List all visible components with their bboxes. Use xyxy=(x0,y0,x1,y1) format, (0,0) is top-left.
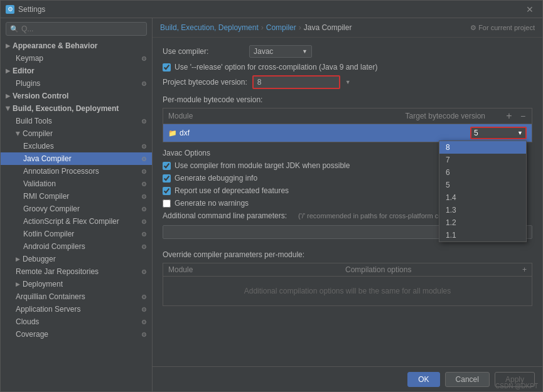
compiler-value: Javac xyxy=(254,47,273,56)
compiler-dropdown-icon: ▼ xyxy=(302,48,308,55)
sidebar-item-editor[interactable]: ▶Editor xyxy=(1,65,152,77)
override-section: Override compiler parameters per-module:… xyxy=(163,250,532,306)
gear-icon: ⚙ xyxy=(141,80,147,87)
sidebar-item-kotlin-compiler[interactable]: Kotlin Compiler⚙ xyxy=(1,228,152,240)
arrow-icon: ▶ xyxy=(6,93,10,99)
breadcrumb-part1[interactable]: Build, Execution, Deployment xyxy=(160,23,259,32)
watermark: CSDN @DKPT xyxy=(495,383,538,389)
javac-option-label-3: Generate no warnings xyxy=(175,199,249,208)
gear-icon: ⚙ xyxy=(141,118,147,125)
breadcrumb-sep1: › xyxy=(261,23,264,32)
override-add-btn[interactable]: + xyxy=(522,265,527,274)
sidebar-item-java-compiler[interactable]: Java Compiler⚙ xyxy=(1,152,152,165)
sidebar-item-excludes[interactable]: Excludes⚙ xyxy=(1,140,152,152)
folder-icon: 📁 xyxy=(168,129,177,137)
sidebar-item-deployment[interactable]: ▶Deployment xyxy=(1,278,152,290)
gear-icon: ⚙ xyxy=(141,306,147,313)
target-version-cell: 5 ▼ 8 7 6 5 1.4 1.3 1.2 xyxy=(470,127,527,139)
version-dropdown-menu[interactable]: 8 7 6 5 1.4 1.3 1.2 1.1 xyxy=(439,140,527,242)
module-label: dxf xyxy=(180,129,190,137)
version-option-7[interactable]: 7 xyxy=(439,154,526,166)
sidebar-label: Coverage xyxy=(16,330,48,339)
add-module-btn[interactable]: + xyxy=(503,110,515,122)
version-option-5[interactable]: 5 xyxy=(439,179,526,191)
sidebar-item-compiler[interactable]: ▶Compiler xyxy=(1,127,152,140)
override-label: Override compiler parameters per-module: xyxy=(163,250,532,259)
gear-icon: ⚙ xyxy=(141,268,147,275)
sidebar-item-remote-jar[interactable]: Remote Jar Repositories⚙ xyxy=(1,265,152,278)
sidebar-label: RMI Compiler xyxy=(23,192,69,201)
sidebar-items-container: ▶Appearance & BehaviorKeymap⚙▶EditorPlug… xyxy=(1,40,152,341)
gear-icon: ⚙ xyxy=(141,243,147,250)
gear-icon: ⚙ xyxy=(141,168,147,175)
search-input[interactable] xyxy=(21,24,142,33)
sidebar-item-rmi-compiler[interactable]: RMI Compiler⚙ xyxy=(1,190,152,203)
sidebar-item-build-tools[interactable]: Build Tools⚙ xyxy=(1,115,152,127)
sidebar-item-coverage[interactable]: Coverage⚙ xyxy=(1,328,152,341)
gear-icon: ⚙ xyxy=(141,331,147,338)
bottom-bar: OK Cancel Apply xyxy=(153,366,542,391)
sidebar-item-debugger[interactable]: ▶Debugger xyxy=(1,253,152,265)
javac-checkbox-1[interactable] xyxy=(163,174,171,183)
version-option-1.4[interactable]: 1.4 xyxy=(439,191,526,204)
version-option-1.2[interactable]: 1.2 xyxy=(439,216,526,229)
sidebar-label: Build, Execution, Deployment xyxy=(13,104,119,113)
ok-button[interactable]: OK xyxy=(407,372,439,387)
sidebar-label: Compiler xyxy=(23,129,53,138)
sidebar-item-appearance[interactable]: ▶Appearance & Behavior xyxy=(1,40,152,52)
titlebar-left: ⚙ Settings xyxy=(6,5,45,14)
sidebar-label: Application Servers xyxy=(16,305,80,314)
sidebar-item-actionscript-flex[interactable]: ActionScript & Flex Compiler⚙ xyxy=(1,215,152,228)
sidebar-item-plugins[interactable]: Plugins⚙ xyxy=(1,77,152,90)
bytecode-version-label: Project bytecode version: xyxy=(163,78,247,87)
arrow-icon: ▶ xyxy=(6,43,10,49)
bytecode-dropdown-icon[interactable]: ▼ xyxy=(345,79,351,85)
breadcrumb: Build, Execution, Deployment › Compiler … xyxy=(153,18,542,38)
sidebar-item-build-execution[interactable]: ▶Build, Execution, Deployment xyxy=(1,102,152,115)
version-option-6[interactable]: 6 xyxy=(439,166,526,179)
settings-window: ⚙ Settings ✕ 🔍 ▶Appearance & BehaviorKey… xyxy=(0,0,543,392)
sidebar-label: Plugins xyxy=(16,79,40,88)
release-checkbox[interactable] xyxy=(163,63,171,72)
javac-checkbox-3[interactable] xyxy=(163,199,171,208)
cancel-button[interactable]: Cancel xyxy=(445,372,490,387)
breadcrumb-part2[interactable]: Compiler xyxy=(266,23,296,32)
sidebar-label: Deployment xyxy=(23,280,63,289)
sidebar-item-groovy-compiler[interactable]: Groovy Compiler⚙ xyxy=(1,203,152,215)
sidebar-label: Groovy Compiler xyxy=(23,204,80,213)
sidebar-item-version-control[interactable]: ▶Version Control xyxy=(1,90,152,102)
release-option-row: Use '--release' option for cross-compila… xyxy=(163,63,532,72)
sidebar-item-app-servers[interactable]: Application Servers⚙ xyxy=(1,303,152,315)
close-button[interactable]: ✕ xyxy=(522,3,537,16)
table-row[interactable]: 📁 dxf 5 ▼ 8 7 6 xyxy=(163,124,532,142)
selected-version: 5 xyxy=(474,129,478,137)
javac-option-label-1: Generate debugging info xyxy=(175,174,257,183)
version-option-1.1[interactable]: 1.1 xyxy=(439,229,526,241)
sidebar-label: Clouds xyxy=(16,317,39,326)
version-option-8[interactable]: 8 xyxy=(439,141,526,154)
javac-checkbox-2[interactable] xyxy=(163,187,171,195)
gear-icon: ⚙ xyxy=(141,294,147,300)
main-layout: 🔍 ▶Appearance & BehaviorKeymap⚙▶EditorPl… xyxy=(1,18,542,391)
remove-module-btn[interactable]: − xyxy=(517,110,529,122)
sidebar-item-arquillian[interactable]: Arquillian Containers⚙ xyxy=(1,290,152,303)
sidebar-item-keymap[interactable]: Keymap⚙ xyxy=(1,52,152,65)
compiler-select[interactable]: Javac ▼ xyxy=(249,45,312,58)
sidebar-item-annotation-processors[interactable]: Annotation Processors⚙ xyxy=(1,165,152,177)
sidebar-item-validation[interactable]: Validation⚙ xyxy=(1,177,152,190)
search-box[interactable]: 🔍 xyxy=(6,22,147,36)
sidebar-label: Kotlin Compiler xyxy=(23,230,74,238)
version-option-1.3[interactable]: 1.3 xyxy=(439,204,526,216)
main-content: Use compiler: Javac ▼ Use '--release' op… xyxy=(153,38,542,366)
sidebar-item-clouds[interactable]: Clouds⚙ xyxy=(1,315,152,328)
javac-checkbox-0[interactable] xyxy=(163,162,171,170)
bytecode-version-input[interactable] xyxy=(252,75,340,89)
sidebar-label: Validation xyxy=(23,179,56,188)
sidebar-label: Build Tools xyxy=(16,117,52,125)
gear-icon: ⚙ xyxy=(141,181,147,188)
for-current-project[interactable]: ⚙ For current project xyxy=(470,24,535,32)
sidebar-item-android-compilers[interactable]: Android Compilers⚙ xyxy=(1,240,152,253)
version-select[interactable]: 5 ▼ xyxy=(470,127,527,139)
module-name: 📁 dxf xyxy=(168,129,470,137)
table-actions: + − xyxy=(503,110,529,122)
